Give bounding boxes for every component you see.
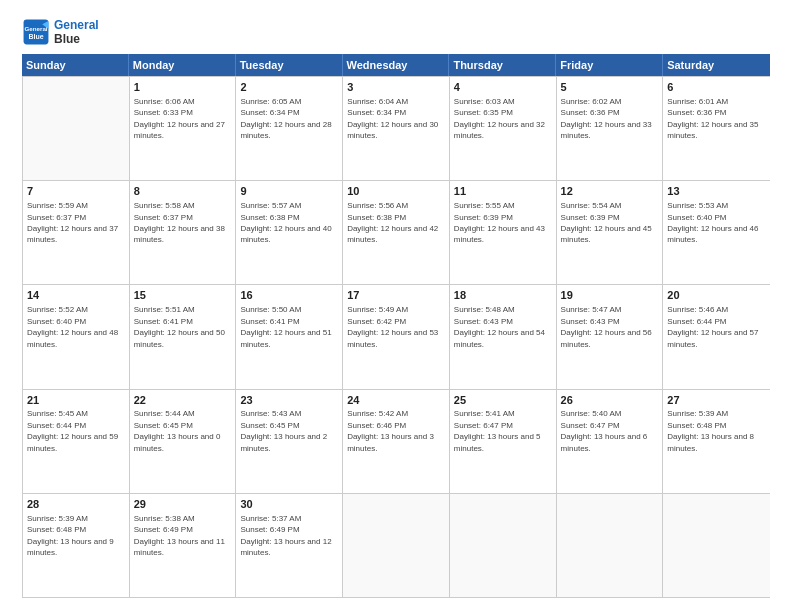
calendar-cell (557, 494, 664, 597)
day-info: Sunrise: 6:05 AMSunset: 6:34 PMDaylight:… (240, 97, 331, 140)
day-info: Sunrise: 5:50 AMSunset: 6:41 PMDaylight:… (240, 305, 331, 348)
calendar-cell: 21Sunrise: 5:45 AMSunset: 6:44 PMDayligh… (23, 390, 130, 493)
calendar-week: 28Sunrise: 5:39 AMSunset: 6:48 PMDayligh… (23, 494, 770, 598)
day-number: 3 (347, 80, 445, 95)
calendar-cell: 7Sunrise: 5:59 AMSunset: 6:37 PMDaylight… (23, 181, 130, 284)
day-number: 17 (347, 288, 445, 303)
calendar-cell: 25Sunrise: 5:41 AMSunset: 6:47 PMDayligh… (450, 390, 557, 493)
day-number: 11 (454, 184, 552, 199)
calendar-cell: 30Sunrise: 5:37 AMSunset: 6:49 PMDayligh… (236, 494, 343, 597)
day-number: 25 (454, 393, 552, 408)
calendar-cell: 14Sunrise: 5:52 AMSunset: 6:40 PMDayligh… (23, 285, 130, 388)
day-info: Sunrise: 5:47 AMSunset: 6:43 PMDaylight:… (561, 305, 652, 348)
svg-text:General: General (24, 25, 47, 32)
day-info: Sunrise: 5:57 AMSunset: 6:38 PMDaylight:… (240, 201, 331, 244)
day-info: Sunrise: 5:53 AMSunset: 6:40 PMDaylight:… (667, 201, 758, 244)
day-number: 24 (347, 393, 445, 408)
calendar-cell: 26Sunrise: 5:40 AMSunset: 6:47 PMDayligh… (557, 390, 664, 493)
calendar-cell: 6Sunrise: 6:01 AMSunset: 6:36 PMDaylight… (663, 77, 770, 180)
day-number: 1 (134, 80, 232, 95)
day-info: Sunrise: 5:54 AMSunset: 6:39 PMDaylight:… (561, 201, 652, 244)
day-number: 14 (27, 288, 125, 303)
calendar-cell: 10Sunrise: 5:56 AMSunset: 6:38 PMDayligh… (343, 181, 450, 284)
calendar-cell (450, 494, 557, 597)
calendar-header-cell: Saturday (663, 54, 770, 76)
calendar-cell: 13Sunrise: 5:53 AMSunset: 6:40 PMDayligh… (663, 181, 770, 284)
calendar-cell: 11Sunrise: 5:55 AMSunset: 6:39 PMDayligh… (450, 181, 557, 284)
day-number: 26 (561, 393, 659, 408)
calendar-header: SundayMondayTuesdayWednesdayThursdayFrid… (22, 54, 770, 76)
day-number: 9 (240, 184, 338, 199)
day-number: 20 (667, 288, 766, 303)
calendar-body: 1Sunrise: 6:06 AMSunset: 6:33 PMDaylight… (22, 76, 770, 598)
day-info: Sunrise: 5:51 AMSunset: 6:41 PMDaylight:… (134, 305, 225, 348)
calendar-header-cell: Monday (129, 54, 236, 76)
calendar-cell: 20Sunrise: 5:46 AMSunset: 6:44 PMDayligh… (663, 285, 770, 388)
day-number: 12 (561, 184, 659, 199)
day-number: 6 (667, 80, 766, 95)
day-number: 10 (347, 184, 445, 199)
header: General Blue General Blue (22, 18, 770, 46)
day-info: Sunrise: 5:41 AMSunset: 6:47 PMDaylight:… (454, 409, 541, 452)
calendar-cell: 1Sunrise: 6:06 AMSunset: 6:33 PMDaylight… (130, 77, 237, 180)
day-number: 30 (240, 497, 338, 512)
day-info: Sunrise: 5:45 AMSunset: 6:44 PMDaylight:… (27, 409, 118, 452)
day-number: 27 (667, 393, 766, 408)
calendar-header-cell: Sunday (22, 54, 129, 76)
calendar-cell: 29Sunrise: 5:38 AMSunset: 6:49 PMDayligh… (130, 494, 237, 597)
day-info: Sunrise: 5:42 AMSunset: 6:46 PMDaylight:… (347, 409, 434, 452)
calendar-header-cell: Friday (556, 54, 663, 76)
calendar-cell: 18Sunrise: 5:48 AMSunset: 6:43 PMDayligh… (450, 285, 557, 388)
day-info: Sunrise: 5:46 AMSunset: 6:44 PMDaylight:… (667, 305, 758, 348)
calendar-cell: 16Sunrise: 5:50 AMSunset: 6:41 PMDayligh… (236, 285, 343, 388)
calendar-cell (23, 77, 130, 180)
day-info: Sunrise: 5:58 AMSunset: 6:37 PMDaylight:… (134, 201, 225, 244)
day-number: 2 (240, 80, 338, 95)
calendar: SundayMondayTuesdayWednesdayThursdayFrid… (22, 54, 770, 598)
day-number: 21 (27, 393, 125, 408)
calendar-cell: 17Sunrise: 5:49 AMSunset: 6:42 PMDayligh… (343, 285, 450, 388)
day-info: Sunrise: 6:06 AMSunset: 6:33 PMDaylight:… (134, 97, 225, 140)
day-number: 15 (134, 288, 232, 303)
calendar-header-cell: Tuesday (236, 54, 343, 76)
day-info: Sunrise: 5:49 AMSunset: 6:42 PMDaylight:… (347, 305, 438, 348)
calendar-week: 7Sunrise: 5:59 AMSunset: 6:37 PMDaylight… (23, 181, 770, 285)
calendar-cell: 27Sunrise: 5:39 AMSunset: 6:48 PMDayligh… (663, 390, 770, 493)
day-info: Sunrise: 6:02 AMSunset: 6:36 PMDaylight:… (561, 97, 652, 140)
logo-icon: General Blue (22, 18, 50, 46)
day-number: 18 (454, 288, 552, 303)
logo-text: General Blue (54, 18, 99, 46)
day-info: Sunrise: 5:48 AMSunset: 6:43 PMDaylight:… (454, 305, 545, 348)
day-info: Sunrise: 5:43 AMSunset: 6:45 PMDaylight:… (240, 409, 327, 452)
day-info: Sunrise: 5:55 AMSunset: 6:39 PMDaylight:… (454, 201, 545, 244)
svg-text:Blue: Blue (28, 33, 43, 40)
day-info: Sunrise: 6:01 AMSunset: 6:36 PMDaylight:… (667, 97, 758, 140)
calendar-header-cell: Wednesday (343, 54, 450, 76)
calendar-cell: 23Sunrise: 5:43 AMSunset: 6:45 PMDayligh… (236, 390, 343, 493)
calendar-cell: 24Sunrise: 5:42 AMSunset: 6:46 PMDayligh… (343, 390, 450, 493)
calendar-cell: 22Sunrise: 5:44 AMSunset: 6:45 PMDayligh… (130, 390, 237, 493)
calendar-week: 21Sunrise: 5:45 AMSunset: 6:44 PMDayligh… (23, 390, 770, 494)
calendar-cell: 2Sunrise: 6:05 AMSunset: 6:34 PMDaylight… (236, 77, 343, 180)
day-number: 8 (134, 184, 232, 199)
day-number: 16 (240, 288, 338, 303)
calendar-week: 14Sunrise: 5:52 AMSunset: 6:40 PMDayligh… (23, 285, 770, 389)
calendar-cell: 15Sunrise: 5:51 AMSunset: 6:41 PMDayligh… (130, 285, 237, 388)
logo: General Blue General Blue (22, 18, 99, 46)
day-number: 5 (561, 80, 659, 95)
day-number: 7 (27, 184, 125, 199)
day-number: 19 (561, 288, 659, 303)
day-info: Sunrise: 5:56 AMSunset: 6:38 PMDaylight:… (347, 201, 438, 244)
calendar-cell: 28Sunrise: 5:39 AMSunset: 6:48 PMDayligh… (23, 494, 130, 597)
day-info: Sunrise: 5:44 AMSunset: 6:45 PMDaylight:… (134, 409, 221, 452)
day-number: 4 (454, 80, 552, 95)
calendar-cell: 9Sunrise: 5:57 AMSunset: 6:38 PMDaylight… (236, 181, 343, 284)
day-info: Sunrise: 5:39 AMSunset: 6:48 PMDaylight:… (667, 409, 754, 452)
day-number: 22 (134, 393, 232, 408)
calendar-week: 1Sunrise: 6:06 AMSunset: 6:33 PMDaylight… (23, 77, 770, 181)
calendar-cell: 19Sunrise: 5:47 AMSunset: 6:43 PMDayligh… (557, 285, 664, 388)
day-info: Sunrise: 6:04 AMSunset: 6:34 PMDaylight:… (347, 97, 438, 140)
calendar-header-cell: Thursday (449, 54, 556, 76)
day-number: 13 (667, 184, 766, 199)
day-number: 28 (27, 497, 125, 512)
